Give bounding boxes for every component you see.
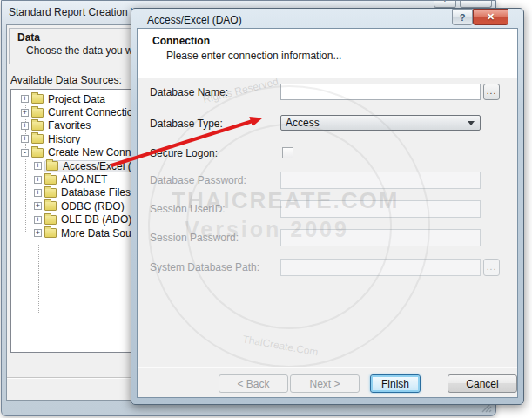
footer-divider bbox=[138, 367, 517, 368]
folder-icon bbox=[44, 188, 57, 198]
wizard-help-icon: ? bbox=[442, 1, 448, 3]
close-icon: ✕ bbox=[487, 11, 495, 23]
system-database-path-input bbox=[280, 259, 481, 276]
dialog-content: Connection Please enter connection infor… bbox=[137, 28, 518, 398]
expand-plus-icon[interactable]: + bbox=[34, 189, 42, 197]
wizard-help-button[interactable]: ? bbox=[434, 1, 456, 8]
dialog-close-button[interactable]: ✕ bbox=[473, 9, 508, 25]
secure-logon-checkbox[interactable] bbox=[282, 147, 293, 158]
database-type-label: Database Type: bbox=[150, 118, 223, 130]
expand-plus-icon[interactable]: + bbox=[34, 162, 42, 170]
expand-plus-icon[interactable]: + bbox=[34, 202, 42, 210]
database-type-value: Access bbox=[281, 117, 468, 129]
dialog-help-button[interactable]: ? bbox=[452, 9, 473, 25]
folder-icon bbox=[44, 201, 57, 211]
database-password-input bbox=[280, 172, 481, 189]
secure-logon-label: Secure Logon: bbox=[150, 147, 218, 159]
database-name-input[interactable] bbox=[280, 84, 481, 100]
connection-heading: Connection bbox=[152, 35, 210, 47]
system-database-path-label: System Database Path: bbox=[150, 261, 259, 273]
chevron-down-icon bbox=[468, 121, 475, 125]
expand-plus-icon[interactable]: + bbox=[21, 135, 29, 143]
database-password-label: Database Password: bbox=[150, 174, 246, 186]
finish-button[interactable]: Finish bbox=[370, 374, 421, 393]
access-excel-dao-dialog: Access/Excel (DAO) ? ✕ Connection Please… bbox=[131, 8, 524, 405]
session-password-label: Session Password: bbox=[150, 232, 239, 244]
folder-icon bbox=[44, 215, 57, 225]
folder-icon bbox=[44, 175, 57, 185]
tree-item-label: Project Data bbox=[46, 93, 107, 105]
session-userid-label: Session UserID: bbox=[150, 203, 226, 215]
database-name-label: Database Name: bbox=[150, 86, 228, 98]
wizard-close-icon: ✕ bbox=[472, 1, 480, 4]
expand-plus-icon[interactable]: + bbox=[21, 122, 29, 130]
expand-plus-icon[interactable]: + bbox=[21, 109, 29, 117]
back-button: < Back bbox=[219, 374, 288, 393]
ellipsis-icon: ... bbox=[487, 262, 496, 272]
folder-icon bbox=[31, 108, 44, 118]
expand-plus-icon[interactable]: + bbox=[34, 176, 42, 184]
session-password-input bbox=[280, 229, 481, 246]
tree-item-label: ADO.NET bbox=[59, 173, 109, 185]
folder-icon bbox=[44, 228, 57, 238]
folder-icon bbox=[31, 94, 44, 104]
dialog-header-band: Connection Please enter connection infor… bbox=[138, 29, 517, 78]
folder-icon bbox=[31, 121, 44, 131]
watermark-text-fragment: ThaiCreate.Com bbox=[241, 333, 319, 358]
expand-plus-icon[interactable]: + bbox=[34, 229, 42, 237]
next-button: Next > bbox=[290, 374, 360, 393]
connection-subtitle: Please enter connection information... bbox=[166, 50, 341, 62]
database-type-dropdown[interactable]: Access bbox=[280, 115, 481, 131]
session-userid-input bbox=[280, 200, 481, 218]
tree-item-label: Database Files bbox=[59, 186, 132, 199]
folder-icon bbox=[31, 134, 44, 144]
system-database-path-browse-button: ... bbox=[483, 259, 500, 276]
wizard-close-button[interactable]: ✕ bbox=[460, 1, 492, 8]
collapse-minus-icon[interactable]: - bbox=[21, 149, 29, 157]
folder-icon bbox=[46, 161, 58, 171]
data-section-title: Data bbox=[17, 31, 40, 44]
database-name-browse-button[interactable]: ... bbox=[483, 84, 500, 100]
expand-plus-icon[interactable]: + bbox=[34, 216, 42, 224]
tree-item-label: History bbox=[46, 133, 82, 145]
cancel-button[interactable]: Cancel bbox=[448, 374, 517, 393]
tree-item-label: Favorites bbox=[46, 119, 92, 131]
tree-connector-line bbox=[38, 245, 39, 313]
expand-plus-icon[interactable]: + bbox=[21, 95, 29, 103]
folder-icon bbox=[31, 148, 44, 158]
tree-item-label: ODBC (RDO) bbox=[59, 200, 126, 212]
tree-item-label: OLE DB (ADO) bbox=[59, 213, 133, 226]
dialog-title: Access/Excel (DAO) bbox=[147, 14, 242, 26]
available-data-sources-label: Available Data Sources: bbox=[10, 74, 122, 86]
ellipsis-icon: ... bbox=[487, 86, 496, 96]
screenshot-stage: Standard Report Creation Wizard ? ✕ Data… bbox=[0, 0, 532, 418]
help-icon: ? bbox=[460, 12, 466, 23]
